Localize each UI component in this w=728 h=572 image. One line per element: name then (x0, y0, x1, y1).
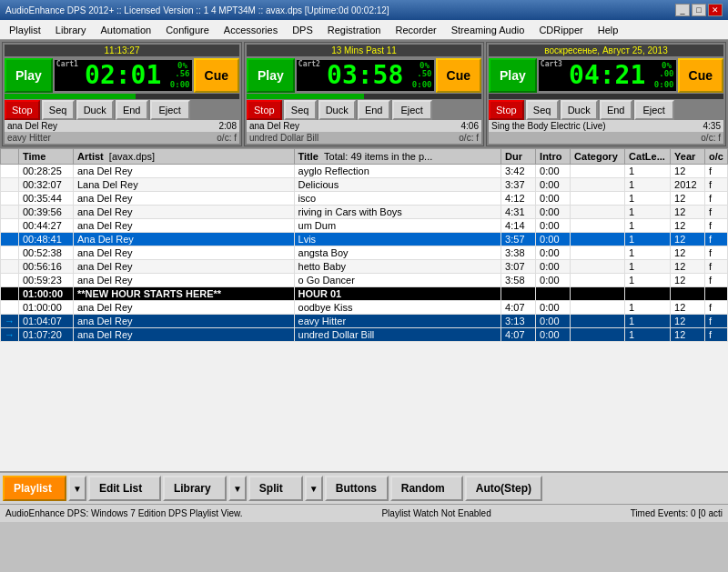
cart2-end-button[interactable]: End (358, 100, 390, 120)
row-cell: 2012 (671, 178, 705, 192)
cart2-stop-button[interactable]: Stop (247, 100, 282, 120)
table-row[interactable]: 00:56:16ana Del Reyhetto Baby3:070:00112… (1, 260, 728, 274)
row-cell: 12 (671, 301, 705, 315)
cart3-time: воскресенье, Август 25, 2013 (489, 45, 723, 56)
cart1-duck-button[interactable]: Duck (76, 100, 114, 120)
table-row[interactable]: →01:04:07ana Del Reyeavy Hitter3:130:001… (1, 315, 728, 328)
cart1-cue-button[interactable]: Cue (194, 58, 239, 93)
row-cell: 3:57 (501, 233, 536, 246)
row-cell: ana Del Rey (74, 301, 295, 315)
row-cell (571, 301, 625, 315)
row-arrow (1, 206, 19, 219)
row-cell: 0:00 (536, 233, 571, 246)
table-row[interactable]: 00:52:38ana Del Reyangsta Boy3:380:00112… (1, 246, 728, 260)
cart1-inner-label: Cart1 (56, 61, 78, 69)
menu-dps[interactable]: DPS (285, 20, 320, 40)
cart1-end-button[interactable]: End (116, 100, 148, 120)
menu-help[interactable]: Help (591, 20, 626, 40)
table-row[interactable]: 00:28:25ana Del Reyayglo Reflection3:420… (1, 165, 728, 178)
cart1-eject-button[interactable]: Eject (150, 100, 190, 120)
cart2-now-playing: ana Del Rey 4:06 (247, 120, 481, 132)
editlist-button[interactable]: Edit List (88, 476, 161, 501)
table-row[interactable]: 00:32:07Lana Del ReyDelicious3:370:00120… (1, 178, 728, 192)
row-cell: 12 (671, 192, 705, 206)
library-dropdown-arrow[interactable]: ▼ (228, 476, 247, 501)
cart2-time-display: 03:58 (327, 60, 403, 90)
menu-registration[interactable]: Registration (320, 20, 389, 40)
row-arrow (1, 233, 19, 246)
cart1-seq-button[interactable]: Seq (42, 100, 75, 120)
row-cell (671, 287, 705, 301)
row-cell: 0:00 (536, 315, 571, 328)
table-row[interactable]: 00:39:56ana Del Reyriving in Cars with B… (1, 206, 728, 219)
cart2-time: 13 Mins Past 11 (247, 45, 481, 56)
row-arrow (1, 287, 19, 301)
row-cell: 0:00 (536, 165, 571, 178)
menu-playlist[interactable]: Playlist (2, 20, 48, 40)
table-row[interactable]: →01:07:20ana Del Reyundred Dollar Bill4:… (1, 328, 728, 342)
row-cell: 1 (625, 301, 671, 315)
menu-configure[interactable]: Configure (158, 20, 217, 40)
cart3-end-button[interactable]: End (600, 100, 632, 120)
minimize-button[interactable]: _ (675, 4, 690, 16)
table-row[interactable]: 01:00:00ana Del Reyoodbye Kiss4:070:0011… (1, 301, 728, 315)
split-button[interactable]: Split (248, 476, 303, 501)
buttons-button[interactable]: Buttons (325, 476, 389, 501)
cart2-next: undred Dollar Bill o/c: f (247, 132, 481, 144)
menu-recorder[interactable]: Recorder (388, 20, 443, 40)
cart2-timer: Cart2 03:58 0%.50 0:00 (297, 60, 434, 92)
table-row[interactable]: 00:59:23ana Del Reyo Go Dancer3:580:0011… (1, 274, 728, 287)
playlist-dropdown-arrow[interactable]: ▼ (68, 476, 86, 501)
menu-accessories[interactable]: Accessories (217, 20, 285, 40)
row-arrow (1, 301, 19, 315)
row-cell: 0:00 (536, 260, 571, 274)
table-row[interactable]: 00:35:44ana Del Reyisco4:120:00112f (1, 192, 728, 206)
row-cell: 12 (671, 260, 705, 274)
cart3-next: o/c: f (489, 132, 723, 144)
row-cell: ana Del Rey (74, 328, 295, 342)
cart3-eject-button[interactable]: Eject (634, 100, 674, 120)
maximize-button[interactable]: □ (692, 4, 706, 16)
row-cell: f (705, 274, 728, 287)
cart2-cue-button[interactable]: Cue (436, 58, 481, 93)
cart2-duck-button[interactable]: Duck (318, 100, 356, 120)
close-button[interactable]: ✕ (708, 4, 723, 16)
cart2-remaining: 0:00 (412, 81, 432, 90)
row-cell: 3:38 (501, 246, 536, 260)
cart2-seq-button[interactable]: Seq (284, 100, 317, 120)
row-cell: f (705, 315, 728, 328)
cart3-stop-button[interactable]: Stop (489, 100, 524, 120)
cart3-play-button[interactable]: Play (489, 58, 537, 93)
row-cell: ana Del Rey (74, 274, 295, 287)
library-button[interactable]: Library (163, 476, 227, 501)
autostep-button[interactable]: Auto(Step) (465, 476, 542, 501)
cart3-duck-button[interactable]: Duck (561, 100, 598, 120)
split-dropdown-arrow[interactable]: ▼ (305, 476, 323, 501)
random-button[interactable]: Random (390, 476, 463, 501)
status-left: AudioEnhance DPS: Windows 7 Edition DPS … (5, 508, 243, 518)
row-cell: 0:00 (536, 328, 571, 342)
row-cell: 12 (671, 274, 705, 287)
menu-cdripper[interactable]: CDRipper (531, 20, 590, 40)
cart2-inner-label: Cart2 (298, 61, 320, 69)
cart2-eject-button[interactable]: Eject (392, 100, 432, 120)
menu-streaming[interactable]: Streaming Audio (444, 20, 532, 40)
row-cell: f (705, 192, 728, 206)
cart1-progress-fill (5, 94, 136, 99)
cart2-play-button[interactable]: Play (247, 58, 295, 93)
menu-automation[interactable]: Automation (93, 20, 158, 40)
row-cell (571, 260, 625, 274)
cart3-cue-button[interactable]: Cue (678, 58, 723, 93)
row-cell: 00:59:23 (19, 274, 74, 287)
row-cell: 1 (625, 260, 671, 274)
table-row[interactable]: 00:48:41Ana Del ReyLvis3:570:00112f (1, 233, 728, 246)
cart1-stop-button[interactable]: Stop (5, 100, 40, 120)
playlist-button[interactable]: Playlist (3, 476, 66, 501)
row-cell: 1 (625, 233, 671, 246)
cart1-play-button[interactable]: Play (5, 58, 53, 93)
table-row[interactable]: 01:00:00**NEW HOUR STARTS HERE**HOUR 01 (1, 287, 728, 301)
table-row[interactable]: 00:44:27ana Del Reyum Dum4:140:00112f (1, 219, 728, 233)
row-cell: ana Del Rey (74, 206, 295, 219)
menu-library[interactable]: Library (48, 20, 94, 40)
cart3-seq-button[interactable]: Seq (526, 100, 559, 120)
